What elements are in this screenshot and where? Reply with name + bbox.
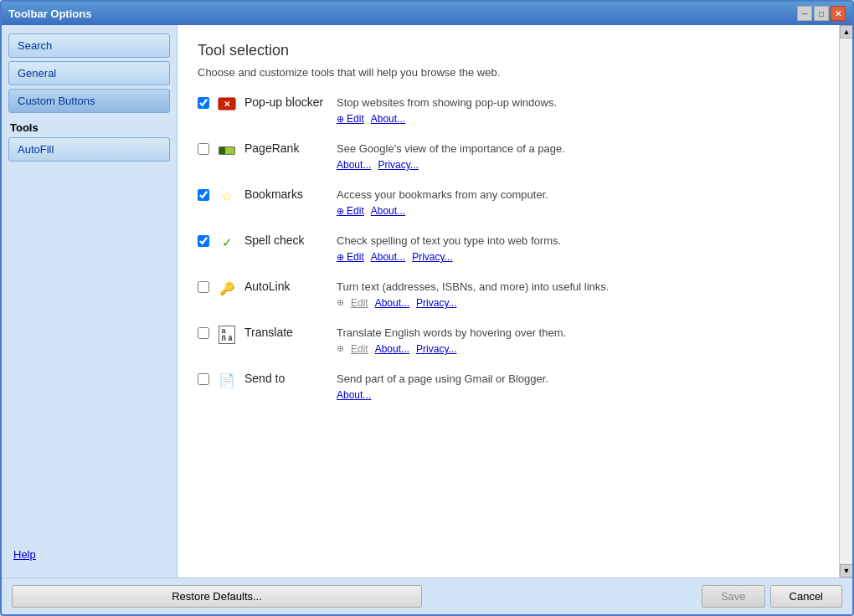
minimize-button[interactable]: ─ [797, 6, 812, 21]
spell-check-icon: ✓ [218, 234, 236, 252]
scroll-up-button[interactable]: ▲ [840, 25, 852, 38]
spell-check-privacy-link[interactable]: Privacy... [412, 250, 452, 264]
autolink-name: AutoLink [244, 280, 328, 293]
content-subtitle: Choose and customize tools that will hel… [198, 66, 819, 79]
send-to-checkbox[interactable] [198, 373, 209, 385]
maximize-button[interactable]: □ [814, 6, 829, 21]
title-bar: Toolbar Options ─ □ ✕ [2, 2, 852, 25]
save-button[interactable]: Save [702, 585, 765, 608]
footer-right: Save Cancel [702, 585, 842, 608]
main-body: Search General Custom Buttons Tools Auto… [2, 25, 852, 578]
autolink-icon: 🔑 [218, 280, 236, 298]
scroll-down-button[interactable]: ▼ [840, 564, 852, 578]
spell-check-about-link[interactable]: About... [371, 250, 405, 264]
send-to-links: About... [337, 388, 819, 403]
bookmarks-desc: Access your bookmarks from any computer.… [337, 187, 819, 218]
tool-item-translate: añ ä Translate Translate English words b… [198, 326, 819, 357]
title-bar-buttons: ─ □ ✕ [797, 6, 846, 21]
spell-check-name: Spell check [244, 234, 328, 247]
footer-left: Restore Defaults... [12, 585, 702, 608]
tool-item-send-to: 📄 Send to Send part of a page using Gmai… [198, 372, 819, 403]
popup-blocker-links: Edit About... [337, 112, 819, 126]
popup-blocker-edit-link[interactable]: Edit [337, 112, 364, 126]
tool-item-bookmarks: ☆ Bookmarks Access your bookmarks from a… [198, 187, 819, 218]
content-area: Tool selection Choose and customize tool… [177, 25, 839, 578]
send-to-desc: Send part of a page using Gmail or Blogg… [337, 372, 819, 403]
bookmarks-name: Bookmarks [244, 187, 328, 201]
bookmarks-icon: ☆ [218, 187, 236, 206]
pagerank-links: About... Privacy... [337, 158, 819, 172]
pagerank-name: PageRank [244, 141, 328, 155]
close-button[interactable]: ✕ [831, 6, 846, 21]
translate-name: Translate [244, 326, 328, 339]
bookmarks-checkbox[interactable] [198, 189, 209, 201]
send-to-icon: 📄 [218, 372, 236, 390]
tool-item-pagerank: PageRank See Google's view of the import… [198, 141, 819, 172]
spell-check-links: Edit About... Privacy... [337, 250, 819, 264]
popup-blocker-name: Pop-up blocker [244, 95, 328, 109]
pagerank-privacy-link[interactable]: Privacy... [378, 158, 418, 172]
tool-item-popup-blocker: ✕ Pop-up blocker Stop websites from show… [198, 95, 819, 126]
bookmarks-edit-link[interactable]: Edit [337, 204, 364, 218]
sidebar-item-search[interactable]: Search [8, 33, 170, 58]
tools-section-label: Tools [8, 116, 170, 137]
popup-blocker-about-link[interactable]: About... [371, 112, 405, 126]
window-title: Toolbar Options [8, 8, 91, 20]
sidebar-item-custom-buttons[interactable]: Custom Buttons [8, 89, 170, 113]
popup-blocker-checkbox[interactable] [198, 97, 209, 109]
send-to-about-link[interactable]: About... [337, 388, 371, 403]
sidebar-item-general[interactable]: General [8, 61, 170, 85]
autolink-about-link[interactable]: About... [375, 296, 409, 311]
autolink-edit-link[interactable]: Edit [351, 296, 368, 311]
send-to-name: Send to [244, 372, 328, 385]
autolink-privacy-link[interactable]: Privacy... [416, 296, 456, 311]
sidebar: Search General Custom Buttons Tools Auto… [2, 25, 177, 578]
translate-about-link[interactable]: About... [375, 342, 409, 357]
popup-blocker-desc: Stop websites from showing pop-up window… [337, 95, 819, 126]
scrollbar[interactable]: ▲ ▼ [839, 25, 852, 578]
content-title: Tool selection [198, 42, 819, 59]
restore-defaults-button[interactable]: Restore Defaults... [12, 585, 422, 608]
spell-check-edit-link[interactable]: Edit [337, 250, 364, 264]
pagerank-checkbox[interactable] [198, 143, 209, 155]
translate-checkbox[interactable] [198, 327, 209, 339]
tool-item-spell-check: ✓ Spell check Check spelling of text you… [198, 234, 819, 264]
translate-edit-link[interactable]: Edit [351, 342, 368, 357]
autolink-checkbox[interactable] [198, 281, 209, 293]
bookmarks-links: Edit About... [337, 204, 819, 218]
spell-check-checkbox[interactable] [198, 235, 209, 247]
spell-check-desc: Check spelling of text you type into web… [337, 234, 819, 264]
help-link[interactable]: Help [13, 548, 36, 561]
toolbar-options-window: Toolbar Options ─ □ ✕ Search General Cus… [0, 0, 854, 616]
footer: Restore Defaults... Save Cancel [2, 578, 852, 614]
tool-item-autolink: 🔑 AutoLink Turn text (addresses, ISBNs, … [198, 280, 819, 311]
svg-text:✕: ✕ [224, 100, 230, 109]
autolink-desc: Turn text (addresses, ISBNs, and more) i… [337, 280, 819, 311]
sidebar-item-autofill[interactable]: AutoFill [8, 137, 170, 162]
translate-desc: Translate English words by hovering over… [337, 326, 819, 357]
translate-icon: añ ä [218, 326, 236, 344]
bookmarks-about-link[interactable]: About... [371, 204, 405, 218]
pagerank-icon [218, 141, 236, 160]
translate-links: ⊕ Edit About... Privacy... [337, 342, 819, 357]
pagerank-about-link[interactable]: About... [337, 158, 371, 172]
translate-privacy-link[interactable]: Privacy... [416, 342, 456, 357]
popup-blocker-icon: ✕ [218, 95, 236, 114]
pagerank-desc: See Google's view of the importance of a… [337, 141, 819, 172]
autolink-links: ⊕ Edit About... Privacy... [337, 296, 819, 311]
scroll-track[interactable] [840, 38, 852, 564]
cancel-button[interactable]: Cancel [770, 585, 842, 608]
